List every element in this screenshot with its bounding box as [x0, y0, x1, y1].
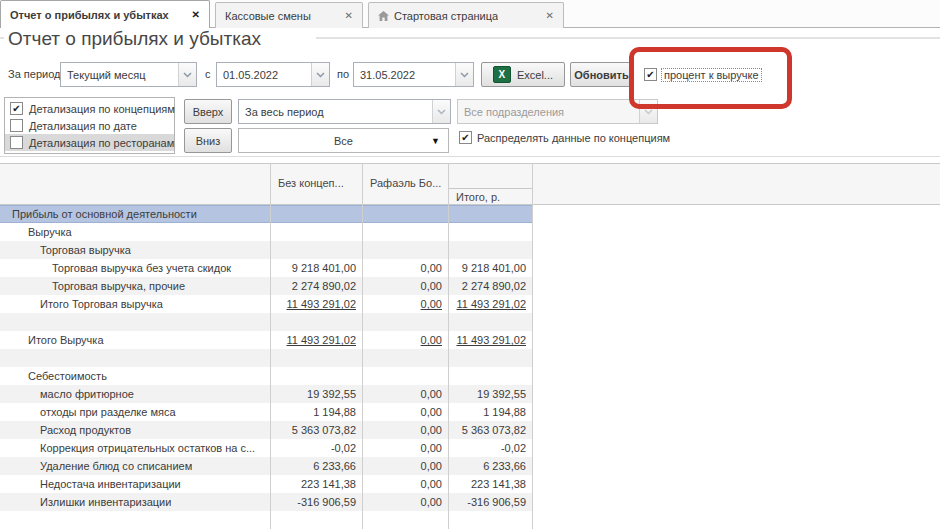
- table-row[interactable]: Итого Торговая выручка11 493 291,020,001…: [0, 295, 532, 313]
- table-row[interactable]: [0, 349, 532, 367]
- departments-value: Все подразделения: [464, 106, 639, 118]
- refresh-button[interactable]: Обновить: [570, 62, 633, 87]
- row-name: масло фритюрное: [0, 385, 134, 403]
- cell-value: 19 392,55: [270, 385, 362, 403]
- table-row[interactable]: Себестоимость: [0, 367, 532, 385]
- down-button-label: Вниз: [196, 135, 221, 147]
- excel-icon: X: [493, 66, 511, 83]
- percent-to-revenue-checkbox[interactable]: ✔ процент к выручке: [644, 68, 761, 81]
- home-icon: [378, 11, 389, 21]
- concepts-filter-select[interactable]: Все ▼: [238, 128, 449, 153]
- cell-value: 2 274 890,02: [270, 277, 362, 295]
- row-name: Удаление блюд со списанием: [0, 457, 192, 475]
- table-row[interactable]: Итого Выручка11 493 291,020,0011 493 291…: [0, 331, 532, 349]
- table-row[interactable]: Прибыль от основной деятельности: [0, 205, 532, 223]
- period-scope-value: За весь период: [245, 106, 432, 118]
- cell-value: 5 363 073,82: [448, 421, 532, 439]
- excel-button-label: Excel...: [517, 69, 553, 81]
- table-row[interactable]: Торговая выручка, прочие2 274 890,020,00…: [0, 277, 532, 295]
- excel-button[interactable]: X Excel...: [481, 62, 565, 87]
- column-header[interactable]: Без концеп...: [278, 177, 344, 189]
- column-header[interactable]: Рафаэль Бо...: [370, 177, 441, 189]
- date-from-value: 01.05.2022: [223, 69, 311, 81]
- period-scope-select[interactable]: За весь период: [238, 99, 451, 124]
- close-icon[interactable]: ✕: [186, 9, 200, 20]
- cell-value: 0,00: [362, 385, 448, 403]
- tab-profit-loss-report[interactable]: Отчет о прибылях и убытках✕: [0, 0, 210, 28]
- detail-option-label: Детализация по концепциям: [29, 103, 175, 115]
- cell-value: 223 141,38: [270, 475, 362, 493]
- table-row[interactable]: Расход продуктов5 363 073,820,005 363 07…: [0, 421, 532, 439]
- to-label: по: [337, 62, 349, 87]
- cell-value: 6 233,66: [448, 457, 532, 475]
- table-row[interactable]: масло фритюрное19 392,550,0019 392,55: [0, 385, 532, 403]
- column-border: [532, 163, 533, 529]
- date-from-select[interactable]: 01.05.2022: [216, 62, 330, 87]
- close-icon[interactable]: ✕: [339, 10, 353, 21]
- chevron-down-icon: [639, 100, 657, 123]
- up-button[interactable]: Вверх: [184, 99, 232, 124]
- table-row[interactable]: [0, 313, 532, 331]
- cell-value: 223 141,38: [448, 475, 532, 493]
- refresh-button-label: Обновить: [574, 69, 628, 81]
- date-to-value: 31.05.2022: [360, 69, 455, 81]
- date-to-select[interactable]: 31.05.2022: [353, 62, 474, 87]
- chevron-down-icon: [178, 63, 196, 86]
- cell-value: 0,00: [362, 475, 448, 493]
- row-name: Коррекция отрицательных остатков на с...: [0, 439, 255, 457]
- row-name: Прибыль от основной деятельности: [0, 206, 197, 222]
- detail-option[interactable]: Детализация по ресторанам: [5, 134, 174, 151]
- cell-value: 0,00: [362, 493, 448, 511]
- table-row[interactable]: Излишки инвентаризации-316 906,590,00-31…: [0, 493, 532, 511]
- table-row[interactable]: Выручка: [0, 223, 532, 241]
- checkbox-checked[interactable]: ✔: [459, 131, 472, 144]
- cell-value: 2 274 890,02: [448, 277, 532, 295]
- row-name: Итого Торговая выручка: [0, 295, 163, 313]
- detail-option[interactable]: Детализация по дате: [5, 117, 174, 134]
- chevron-down-icon: [455, 63, 473, 86]
- separator-line: [0, 156, 940, 157]
- detail-option[interactable]: ✔Детализация по концепциям: [5, 100, 174, 117]
- cell-value: 9 218 401,00: [270, 259, 362, 277]
- table-row[interactable]: Недостача инвентаризации223 141,380,0022…: [0, 475, 532, 493]
- title-rule-right: [316, 37, 940, 39]
- title-rule-left: [0, 37, 4, 39]
- checkbox-unchecked[interactable]: [10, 136, 23, 149]
- tab-label: Стартовая страница: [394, 10, 498, 22]
- table-row[interactable]: Коррекция отрицательных остатков на с...…: [0, 439, 532, 457]
- checkbox-checked[interactable]: ✔: [10, 102, 23, 115]
- tab-cash-shifts[interactable]: Кассовые смены✕: [215, 2, 363, 28]
- from-label: с: [205, 62, 211, 87]
- tab-start-page[interactable]: Стартовая страница✕: [368, 2, 564, 28]
- checkbox-checked[interactable]: ✔: [644, 68, 657, 81]
- tab-label: Кассовые смены: [225, 10, 311, 22]
- tab-bar: Отчет о прибылях и убытках✕Кассовые смен…: [0, 0, 940, 28]
- checkbox-unchecked[interactable]: [10, 119, 23, 132]
- column-border: [362, 163, 363, 529]
- distribute-by-concepts-checkbox[interactable]: ✔ Распределять данные по концепциям: [459, 131, 670, 144]
- page-title: Отчет о прибылях и убытках: [8, 28, 261, 50]
- row-name: отходы при разделке мяса: [0, 403, 176, 421]
- row-name: Излишки инвентаризации: [0, 493, 171, 511]
- tab-label: Отчет о прибылях и убытках: [10, 9, 169, 21]
- close-icon[interactable]: ✕: [540, 10, 554, 21]
- period-select[interactable]: Текущий месяц: [60, 62, 197, 87]
- header-divider: [449, 188, 532, 189]
- column-header-total[interactable]: Итого, р.: [456, 191, 500, 203]
- row-name: Торговая выручка, прочие: [0, 277, 185, 295]
- down-button[interactable]: Вниз: [184, 128, 232, 153]
- percent-to-revenue-label: процент к выручке: [662, 69, 761, 81]
- table-row[interactable]: Удаление блюд со списанием6 233,660,006 …: [0, 457, 532, 475]
- cell-value: 0,00: [362, 295, 448, 313]
- cell-value: 0,00: [362, 421, 448, 439]
- cell-value: 0,00: [362, 259, 448, 277]
- row-name: Итого Выручка: [0, 331, 104, 349]
- row-name: Торговая выручка: [0, 241, 131, 259]
- cell-value: -0,02: [270, 439, 362, 457]
- table-row[interactable]: Торговая выручка без учета скидок9 218 4…: [0, 259, 532, 277]
- table-row[interactable]: Торговая выручка: [0, 241, 532, 259]
- period-select-value: Текущий месяц: [67, 69, 178, 81]
- cell-value: 11 493 291,02: [270, 295, 362, 313]
- concepts-filter-value: Все: [239, 135, 448, 147]
- table-row[interactable]: отходы при разделке мяса1 194,880,001 19…: [0, 403, 532, 421]
